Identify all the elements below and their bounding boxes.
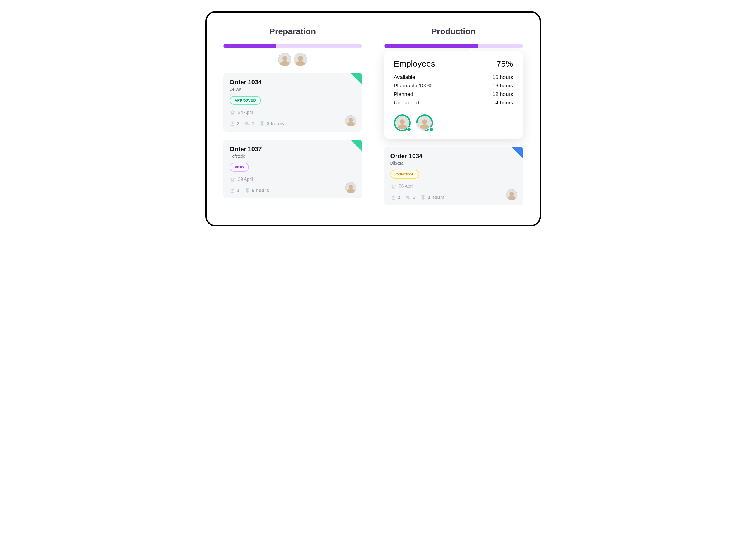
corner-flag-icon <box>512 147 523 158</box>
corner-flag-icon <box>351 140 362 151</box>
meta-duration: 3 hours <box>420 195 444 200</box>
date-text: 29 April <box>238 177 253 182</box>
progress-fill <box>224 44 276 48</box>
status-tag: PRIO <box>230 163 249 172</box>
date-text: 26 April <box>399 184 414 189</box>
popover-row: Unplanned 4 hours <box>394 99 513 107</box>
avatar[interactable] <box>294 53 307 66</box>
siren-icon <box>391 184 396 189</box>
hourglass-icon <box>259 121 265 127</box>
card-date: 26 April <box>391 184 517 189</box>
order-customer: Dijsktra <box>391 161 517 165</box>
popover-percent: 75% <box>496 59 513 68</box>
status-tag: CONTROL <box>391 170 420 178</box>
meta-uploads: 1 <box>230 188 239 193</box>
siren-icon <box>230 110 235 115</box>
meta-duration: 3 hours <box>259 121 284 127</box>
status-dot-icon <box>429 127 434 132</box>
order-title: Order 1037 <box>230 145 356 153</box>
progress-bar[interactable] <box>224 44 362 48</box>
hourglass-icon <box>245 188 250 193</box>
popover-row: Plannable 100% 16 hours <box>394 81 513 90</box>
order-card[interactable]: Order 1034 Dijsktra CONTROL 26 April 2 1 <box>384 147 523 205</box>
assignee-avatar[interactable] <box>506 189 517 200</box>
assignee-avatar[interactable] <box>345 182 356 193</box>
status-tag: APPROVED <box>230 96 261 105</box>
upload-icon <box>230 188 235 193</box>
order-customer: Hofstede <box>230 154 356 159</box>
card-meta: 2 1 3 hours <box>391 195 517 200</box>
column-avatars <box>224 53 362 66</box>
meta-uploads: 2 <box>391 195 400 200</box>
avatar[interactable] <box>278 53 291 66</box>
order-title: Order 1034 <box>391 152 517 160</box>
meta-uploads: 2 <box>230 121 239 127</box>
popover-row: Available 16 hours <box>394 73 513 81</box>
hourglass-icon <box>420 195 426 200</box>
assignee-avatar[interactable] <box>345 115 356 127</box>
comments-icon <box>245 121 250 127</box>
corner-flag-icon <box>351 73 362 84</box>
card-date: 29 April <box>230 176 356 182</box>
upload-icon <box>391 195 396 200</box>
siren-icon <box>230 176 235 182</box>
employee-avatar-ring[interactable] <box>394 114 411 131</box>
progress-fill <box>384 44 479 48</box>
upload-icon <box>230 121 235 127</box>
column-production: Production Employees 75% Available 16 ho… <box>384 27 523 214</box>
meta-comments: 1 <box>245 121 254 127</box>
comments-icon <box>405 195 411 200</box>
card-meta: 2 1 3 hours <box>230 121 356 127</box>
popover-avatars <box>394 114 513 131</box>
progress-bar[interactable] <box>384 44 523 48</box>
column-title: Production <box>384 27 523 36</box>
popover-row: Planned 12 hours <box>394 90 513 99</box>
card-date: 24 April <box>230 110 356 115</box>
column-preparation: Preparation Order 1034 De Wit APPROVED 2… <box>224 27 362 214</box>
popover-title: Employees <box>394 59 435 68</box>
order-card[interactable]: Order 1037 Hofstede PRIO 29 April 1 5 ho… <box>224 140 362 198</box>
order-customer: De Wit <box>230 87 356 91</box>
card-meta: 1 5 hours <box>230 188 356 193</box>
order-title: Order 1034 <box>230 79 356 86</box>
employee-avatar-ring[interactable] <box>416 114 433 131</box>
column-title: Preparation <box>224 27 362 36</box>
status-dot-icon <box>407 127 411 132</box>
order-card[interactable]: Order 1034 De Wit APPROVED 24 April 2 1 <box>224 73 362 132</box>
employees-popover: Employees 75% Available 16 hours Plannab… <box>384 51 523 139</box>
board-frame: Preparation Order 1034 De Wit APPROVED 2… <box>205 11 541 226</box>
meta-duration: 5 hours <box>245 188 269 193</box>
date-text: 24 April <box>238 110 253 115</box>
meta-comments: 1 <box>405 195 415 200</box>
board-columns: Preparation Order 1034 De Wit APPROVED 2… <box>224 27 523 214</box>
